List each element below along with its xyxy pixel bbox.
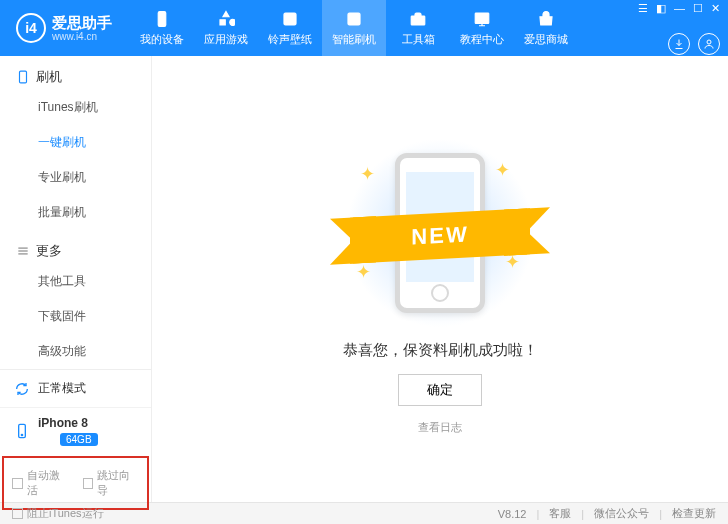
sidebar: 刷机 iTunes刷机一键刷机专业刷机批量刷机 更多 其他工具下载固件高级功能 … [0, 56, 152, 502]
svg-rect-7 [20, 71, 27, 83]
nav-item-store[interactable]: 爱思商城 [514, 0, 578, 56]
auto-activate-checkbox[interactable]: 自动激活 [12, 468, 69, 498]
phone-icon [16, 70, 30, 84]
svg-rect-4 [411, 16, 425, 25]
sidebar-item[interactable]: 高级功能 [38, 334, 151, 369]
flash-icon [345, 10, 363, 28]
check-update-link[interactable]: 检查更新 [672, 506, 716, 521]
sidebar-section-title: 更多 [36, 242, 62, 260]
wechat-link[interactable]: 微信公众号 [594, 506, 649, 521]
logo-subtext: www.i4.cn [52, 32, 112, 42]
svg-point-1 [161, 22, 163, 24]
device-storage-badge: 64GB [60, 433, 98, 446]
sidebar-item[interactable]: 批量刷机 [38, 195, 151, 230]
block-itunes-checkbox[interactable]: 阻止iTunes运行 [12, 506, 104, 521]
nav-item-phone[interactable]: 我的设备 [130, 0, 194, 56]
maximize-icon[interactable]: ☐ [693, 2, 703, 15]
svg-point-6 [707, 40, 711, 44]
svg-rect-5 [475, 13, 489, 24]
ok-button[interactable]: 确定 [398, 374, 482, 406]
success-message: 恭喜您，保资料刷机成功啦！ [343, 341, 538, 360]
logo[interactable]: i4 爱思助手 www.i4.cn [8, 13, 120, 43]
version-label: V8.12 [498, 508, 527, 520]
close-icon[interactable]: ✕ [711, 2, 720, 15]
nav-item-flash[interactable]: 智能刷机 [322, 0, 386, 56]
nav-item-tutorial[interactable]: 教程中心 [450, 0, 514, 56]
device-mode-label: 正常模式 [38, 380, 86, 397]
logo-text: 爱思助手 [52, 15, 112, 30]
nav-item-ring[interactable]: 铃声壁纸 [258, 0, 322, 56]
download-icon[interactable] [668, 33, 690, 55]
sidebar-item[interactable]: 下载固件 [38, 299, 151, 334]
store-icon [537, 10, 555, 28]
ring-icon [281, 10, 299, 28]
view-log-link[interactable]: 查看日志 [418, 420, 462, 435]
nav-item-apps[interactable]: 应用游戏 [194, 0, 258, 56]
window-controls: ☰ ◧ — ☐ ✕ [638, 2, 720, 15]
skin-icon[interactable]: ◧ [656, 2, 666, 15]
toolbox-icon [409, 10, 427, 28]
sidebar-item[interactable]: 其他工具 [38, 264, 151, 299]
logo-icon: i4 [16, 13, 46, 43]
device-mode-row[interactable]: 正常模式 [0, 370, 151, 408]
device-name: iPhone 8 [38, 416, 98, 430]
nav-item-toolbox[interactable]: 工具箱 [386, 0, 450, 56]
sidebar-section-title: 刷机 [36, 68, 62, 86]
header: i4 爱思助手 www.i4.cn 我的设备应用游戏铃声壁纸智能刷机工具箱教程中… [0, 0, 728, 56]
sidebar-bottom-panel: 正常模式 iPhone 8 64GB 自动激活 跳过向导 [0, 369, 151, 512]
new-ribbon: NEW [350, 208, 530, 263]
sidebar-section-flash: 刷机 [0, 56, 151, 90]
menu-icon [16, 244, 30, 258]
skip-wizard-checkbox[interactable]: 跳过向导 [83, 468, 140, 498]
sidebar-item[interactable]: 专业刷机 [38, 160, 151, 195]
apps-icon [217, 10, 235, 28]
user-icon[interactable] [698, 33, 720, 55]
auto-options-row: 自动激活 跳过向导 [2, 456, 149, 510]
sidebar-item[interactable]: iTunes刷机 [38, 90, 151, 125]
customer-service-link[interactable]: 客服 [549, 506, 571, 521]
success-illustration: ✦✦✦✦ NEW [340, 143, 540, 323]
body: 刷机 iTunes刷机一键刷机专业刷机批量刷机 更多 其他工具下载固件高级功能 … [0, 56, 728, 502]
device-icon [14, 423, 30, 439]
refresh-icon [14, 381, 30, 397]
minimize-icon[interactable]: — [674, 2, 685, 15]
main-content: ✦✦✦✦ NEW 恭喜您，保资料刷机成功啦！ 确定 查看日志 [152, 56, 728, 502]
sidebar-item[interactable]: 一键刷机 [38, 125, 151, 160]
svg-point-12 [21, 434, 22, 435]
tutorial-icon [473, 10, 491, 28]
sidebar-section-more: 更多 [0, 230, 151, 264]
top-nav: 我的设备应用游戏铃声壁纸智能刷机工具箱教程中心爱思商城 [130, 0, 638, 56]
phone-icon [153, 10, 171, 28]
device-row[interactable]: iPhone 8 64GB [0, 408, 151, 454]
settings-icon[interactable]: ☰ [638, 2, 648, 15]
